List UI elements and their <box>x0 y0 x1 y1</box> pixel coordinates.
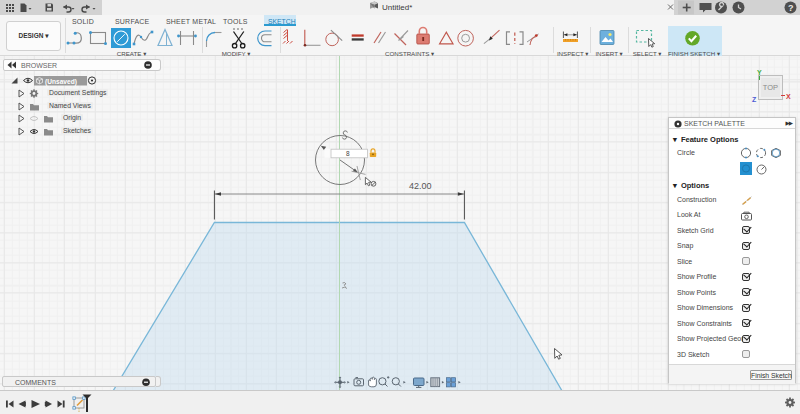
svg-text:?: ? <box>788 3 794 13</box>
svg-text:Z: Z <box>752 96 757 103</box>
svg-text:X: X <box>786 93 791 100</box>
svg-text:8: 8 <box>346 150 350 157</box>
svg-text:Y: Y <box>757 69 762 76</box>
svg-text:42.00: 42.00 <box>409 181 432 191</box>
